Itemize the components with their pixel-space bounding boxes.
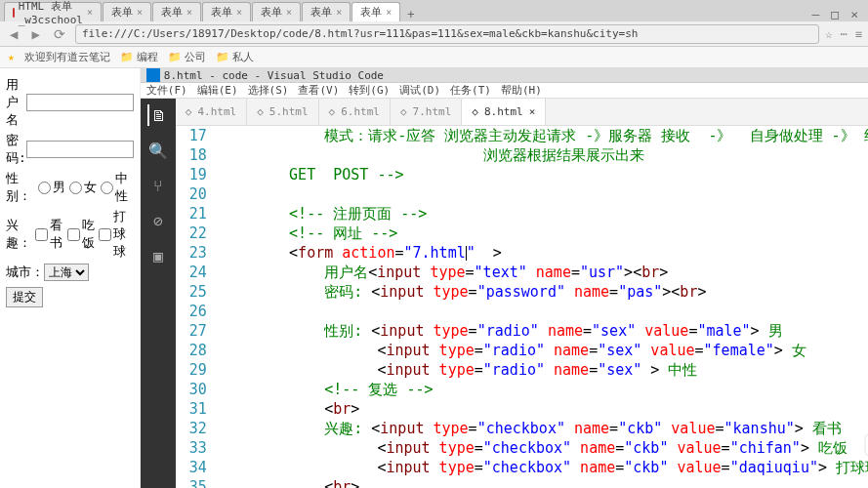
editor-tab[interactable]: ◇5.html [247, 99, 318, 125]
editor-tab[interactable]: ◇6.html [319, 99, 391, 125]
folder-icon: 📁 [120, 51, 134, 63]
city-select[interactable]: 上海 [44, 264, 89, 281]
forward-icon[interactable]: ▶ [27, 26, 43, 42]
reload-icon[interactable]: ⟳ [50, 26, 69, 42]
extensions-icon[interactable]: ⋯ [841, 27, 847, 41]
address-bar: ◀ ▶ ⟳ file:///C:/Users/18917/Desktop/cod… [0, 21, 868, 47]
menu-goto[interactable]: 转到(G) [349, 83, 390, 98]
favicon-icon [13, 8, 15, 18]
folder-icon: 📁 [168, 51, 182, 63]
vscode-titlebar: 8.html - code - Visual Studio Code [141, 68, 868, 83]
folder-icon: 📁 [216, 51, 229, 63]
tab-title: 表单 [261, 5, 282, 20]
sex-neutral-radio[interactable] [101, 182, 113, 194]
bookmark-folder[interactable]: 📁私人 [216, 50, 254, 64]
code-content[interactable]: 模式：请求-应答 浏览器主动发起请求 -》服务器 接收 -》 自身做处理 -》 … [219, 126, 868, 488]
file-icon: ◇ [400, 105, 407, 118]
maximize-icon[interactable]: □ [831, 7, 839, 21]
hobby-eat-checkbox[interactable] [67, 228, 80, 241]
back-icon[interactable]: ◀ [6, 26, 21, 42]
bookmark-item[interactable]: 欢迎到有道云笔记 [24, 50, 110, 64]
browser-tab-active[interactable]: 表单× [351, 2, 400, 21]
city-label: 城市： [6, 264, 44, 281]
editor-tab[interactable]: ◇4.html [176, 99, 247, 125]
browser-tab[interactable]: 表单× [302, 2, 351, 21]
vscode-window: 8.html - code - Visual Studio Code 文件(F)… [141, 68, 868, 488]
hobby-read-checkbox[interactable] [35, 228, 48, 241]
new-tab-button[interactable]: + [401, 8, 420, 21]
url-text: file:///C:/Users/18917/Desktop/code/8.ht… [82, 27, 639, 40]
bookmarks-bar: ★ 欢迎到有道云笔记 📁编程 📁公司 📁私人 [0, 47, 868, 68]
tab-title: 表单 [211, 5, 232, 20]
username-input[interactable] [26, 94, 134, 111]
menu-help[interactable]: 帮助(H) [501, 83, 542, 98]
hobby-ball-checkbox[interactable] [99, 228, 111, 241]
vscode-logo-icon [146, 68, 160, 82]
username-label: 用户名 [6, 76, 26, 129]
bookmark-star-icon: ★ [8, 51, 15, 63]
close-tab-icon[interactable]: × [236, 7, 242, 18]
tab-title: 表单 [360, 5, 382, 20]
menu-view[interactable]: 查看(V) [298, 83, 339, 98]
file-icon: ◇ [257, 105, 264, 118]
browser-tab[interactable]: HTML 表单_w3cschool× [4, 2, 102, 21]
close-tab-icon[interactable]: × [137, 7, 143, 18]
tab-title: 表单 [161, 5, 183, 20]
tab-title: HTML 表单_w3cschool [19, 0, 83, 26]
bookmark-folder[interactable]: 📁编程 [120, 50, 158, 64]
close-tab-icon[interactable]: × [186, 7, 192, 18]
menu-debug[interactable]: 调试(D) [399, 83, 440, 98]
close-tab-icon[interactable]: × [87, 7, 93, 18]
browser-tab-strip: HTML 表单_w3cschool× 表单× 表单× 表单× 表单× 表单× 表… [0, 0, 868, 21]
editor-area: ◇4.html ◇5.html ◇6.html ◇7.html ◇8.html×… [176, 99, 868, 488]
close-tab-icon[interactable]: × [336, 7, 342, 18]
bookmark-folder[interactable]: 📁公司 [168, 50, 206, 64]
source-control-icon[interactable]: ⑂ [147, 175, 169, 196]
video-watermark-icon [864, 433, 868, 457]
file-icon: ◇ [472, 105, 478, 118]
password-input[interactable] [26, 141, 134, 158]
tab-title: 表单 [111, 5, 133, 20]
close-tab-icon[interactable]: × [286, 7, 292, 18]
browser-tab[interactable]: 表单× [103, 2, 151, 21]
sex-label: 性别： [6, 170, 34, 205]
close-tab-icon[interactable]: × [529, 105, 536, 118]
close-tab-icon[interactable]: × [386, 7, 392, 18]
vscode-title-text: 8.html - code - Visual Studio Code [164, 69, 384, 82]
menu-select[interactable]: 选择(S) [248, 83, 289, 98]
star-icon[interactable]: ☆ [825, 27, 832, 41]
close-window-icon[interactable]: × [850, 7, 858, 21]
code-editor[interactable]: 1718192021222324252627282930313233343536… [176, 126, 868, 488]
file-icon: ◇ [329, 105, 336, 118]
browser-tab[interactable]: 表单× [202, 2, 251, 21]
hobby-label: 兴趣： [6, 217, 31, 252]
editor-tab[interactable]: ◇7.html [391, 99, 462, 125]
menu-icon[interactable]: ≡ [855, 27, 862, 41]
rendered-form: 用户名 密码: 性别： 男 女 中性 兴趣： 看书 吃饭 打球球 城市： 上海 … [0, 68, 141, 488]
password-label: 密码: [6, 132, 26, 167]
menu-edit[interactable]: 编辑(E) [197, 83, 238, 98]
editor-tabs: ◇4.html ◇5.html ◇6.html ◇7.html ◇8.html×… [176, 99, 868, 126]
vscode-menubar: 文件(F) 编辑(E) 选择(S) 查看(V) 转到(G) 调试(D) 任务(T… [141, 83, 868, 99]
debug-icon[interactable]: ⊘ [147, 210, 169, 231]
menu-task[interactable]: 任务(T) [450, 83, 491, 98]
explorer-icon[interactable]: 🗎 [147, 104, 169, 126]
line-numbers: 1718192021222324252627282930313233343536… [176, 126, 219, 488]
extensions-icon[interactable]: ▣ [147, 245, 169, 266]
browser-tab[interactable]: 表单× [152, 2, 201, 21]
url-input[interactable]: file:///C:/Users/18917/Desktop/code/8.ht… [75, 24, 819, 44]
editor-tab-active[interactable]: ◇8.html× [462, 99, 546, 125]
window-controls: — □ × [803, 7, 868, 21]
search-icon[interactable]: 🔍 [147, 140, 169, 161]
minimize-icon[interactable]: — [812, 7, 820, 21]
menu-file[interactable]: 文件(F) [146, 83, 187, 98]
file-icon: ◇ [186, 105, 192, 118]
sex-male-radio[interactable] [38, 182, 51, 194]
browser-tab[interactable]: 表单× [252, 2, 301, 21]
activity-bar: 🗎 🔍 ⑂ ⊘ ▣ ⚙ [141, 99, 176, 488]
tab-title: 表单 [310, 5, 332, 20]
submit-button[interactable]: 提交 [6, 287, 43, 307]
sex-female-radio[interactable] [69, 182, 82, 194]
